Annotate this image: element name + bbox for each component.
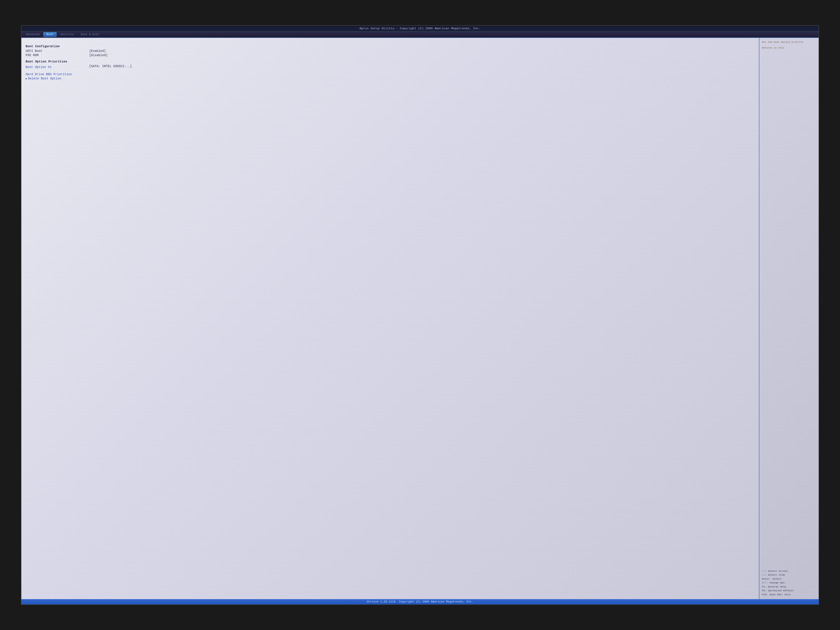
keybind-f9: F9: Optimized Default	[762, 589, 816, 592]
main-content: Boot Configuration UEFI Boot [Enabled] P…	[21, 38, 819, 599]
right-panel: Set the boot device priority devices in …	[759, 38, 819, 599]
tab-boot[interactable]: Boot	[43, 32, 57, 37]
keybind-change: +/-: Change Opt.	[762, 581, 816, 585]
pxe-rom-label: PXE ROM	[25, 54, 89, 57]
title-text: Aptio Setup Utility - Copyright (C) 2008…	[360, 27, 480, 30]
uefi-boot-value[interactable]: [Enabled]	[89, 49, 106, 53]
title-bar: Aptio Setup Utility - Copyright (C) 2008…	[21, 25, 819, 32]
uefi-boot-value-block: [Enabled]	[89, 49, 106, 53]
tab-advanced[interactable]: Advanced	[23, 32, 43, 36]
extra-options-section: Hard Drive BBS Priorities Delete Boot Op…	[25, 73, 755, 80]
keybind-select-item: ↑↓: Select Item	[762, 573, 816, 577]
boot-priorities-header: Boot Option Priorities	[25, 60, 755, 63]
delete-boot-option-item[interactable]: Delete Boot Option	[25, 77, 755, 80]
bios-screen: Aptio Setup Utility - Copyright (C) 2008…	[21, 25, 819, 605]
boot-option1-value: [SATA: INTEL SSDSC2...]	[89, 65, 132, 68]
help-section: Set the boot device priority devices in …	[762, 40, 816, 52]
boot-config-section: Boot Configuration UEFI Boot [Enabled] P…	[25, 45, 755, 57]
boot-option1-label[interactable]: Boot Option #1	[25, 65, 89, 69]
keybind-f1: F1: General Help	[762, 585, 816, 589]
left-panel: Boot Configuration UEFI Boot [Enabled] P…	[21, 38, 759, 599]
uefi-boot-row: UEFI Boot [Enabled]	[25, 49, 755, 53]
help-text-primary: Set the boot device priority	[762, 40, 816, 44]
hard-drive-bbs-item[interactable]: Hard Drive BBS Priorities	[25, 73, 755, 76]
nav-bar: Advanced Boot Security Save & Exit	[21, 32, 819, 38]
boot-priorities-section: Boot Option Priorities Boot Option #1 [S…	[25, 60, 755, 69]
keybind-select-screen: ←→: Select Screen	[762, 569, 816, 573]
boot-option1-row: Boot Option #1 [SATA: INTEL SSDSC2...]	[25, 65, 755, 69]
pxe-rom-value[interactable]: [Disabled]	[89, 54, 107, 57]
keybind-f10-esc: F10: Save ESC: Exit	[762, 593, 816, 597]
tab-save-exit[interactable]: Save & Exit	[78, 32, 102, 36]
keybindings-section: ←→: Select Screen ↑↓: Select Item Enter:…	[762, 569, 816, 597]
pxe-rom-value-block: [Disabled]	[89, 54, 107, 57]
status-bar: Version 1.28.1119. Copyright (C) 2008 Am…	[21, 599, 819, 605]
pxe-rom-row: PXE ROM [Disabled]	[25, 54, 755, 57]
keybind-enter: Enter: Select	[762, 577, 816, 581]
tab-security[interactable]: Security	[57, 32, 77, 36]
status-text: Version 1.28.1119. Copyright (C) 2008 Am…	[367, 600, 473, 603]
help-text-secondary: devices in this	[762, 46, 816, 50]
uefi-boot-label: UEFI Boot	[25, 49, 89, 53]
boot-config-header: Boot Configuration	[25, 45, 755, 48]
